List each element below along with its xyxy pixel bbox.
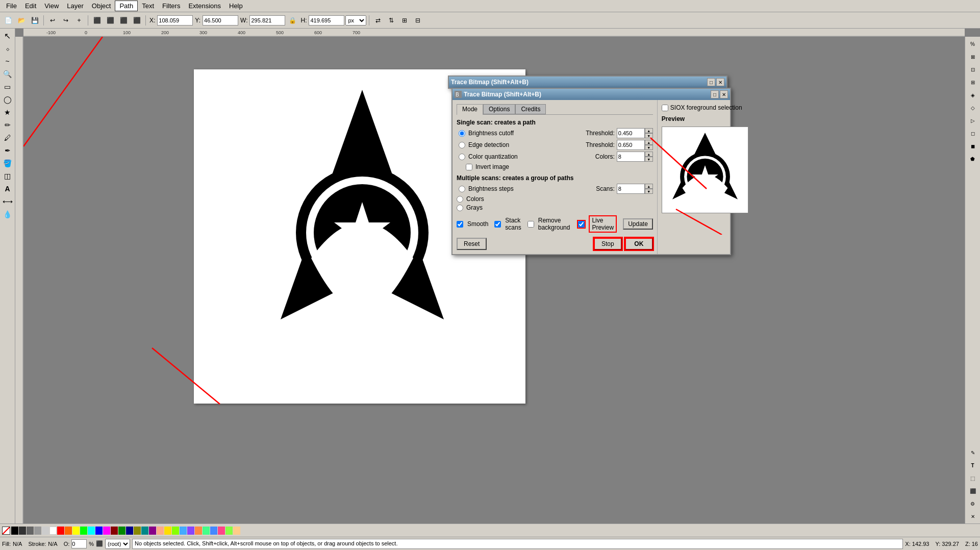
redo-btn[interactable]: ↪ (60, 14, 72, 27)
color-black[interactable] (11, 527, 18, 535)
colors-input[interactable] (617, 152, 645, 162)
color-gray[interactable] (27, 527, 34, 535)
node-tool[interactable]: ⬦ (2, 42, 14, 55)
color-skyblue[interactable] (180, 527, 187, 535)
w-input[interactable] (249, 15, 285, 26)
tab-mode[interactable]: Mode (457, 104, 483, 115)
star-tool[interactable]: ★ (2, 106, 14, 118)
brightness-radio[interactable] (459, 130, 465, 137)
pen-tool[interactable]: 🖊 (2, 132, 14, 144)
menu-file[interactable]: File (2, 1, 21, 11)
scans-input[interactable] (617, 184, 645, 194)
color-cornflower[interactable] (210, 527, 217, 535)
align-left-btn[interactable]: ⬛ (91, 14, 103, 27)
snap-btn-10[interactable]: ⬟ (967, 153, 979, 165)
align-top-btn[interactable]: ⬛ (131, 14, 143, 27)
color-darkgreen[interactable] (118, 527, 125, 535)
transform-btn[interactable]: ⊞ (398, 14, 411, 27)
close-right-btn[interactable]: ✕ (967, 510, 979, 522)
outer-maximize-btn[interactable]: □ (707, 78, 715, 86)
color-red[interactable] (57, 527, 64, 535)
menu-help[interactable]: Help (225, 1, 247, 11)
snap-btn-8[interactable]: ◻ (967, 127, 979, 139)
color-violet[interactable] (187, 527, 194, 535)
update-btn[interactable]: Update (623, 218, 653, 230)
color-pink[interactable] (157, 527, 164, 535)
outer-titlebar[interactable]: Trace Bitmap (Shift+Alt+B) □ ✕ (449, 77, 726, 88)
tab-options[interactable]: Options (483, 104, 515, 114)
color-purple[interactable] (149, 527, 156, 535)
export-btn[interactable]: ⬛ (967, 485, 979, 497)
scans-down-btn[interactable]: ▼ (645, 189, 653, 194)
snap-btn-9[interactable]: ◼ (967, 140, 979, 152)
color-cyan[interactable] (88, 527, 95, 535)
snap-btn-2[interactable]: ⊠ (967, 51, 979, 63)
edge-threshold-input[interactable] (617, 140, 645, 150)
color-medgray[interactable] (34, 527, 41, 535)
menu-text[interactable]: Text (138, 1, 158, 11)
ellipse-tool[interactable]: ◯ (2, 93, 14, 106)
flip-v-btn[interactable]: ⇅ (385, 14, 397, 27)
text-editor-btn[interactable]: T (967, 459, 979, 471)
menu-view[interactable]: View (40, 1, 63, 11)
edge-radio[interactable] (459, 142, 465, 148)
scans-up-btn[interactable]: ▲ (645, 184, 653, 189)
opacity-input[interactable] (71, 539, 87, 548)
stackscans-checkbox[interactable] (494, 221, 501, 228)
snap-btn-7[interactable]: ▷ (967, 114, 979, 127)
smooth-checkbox[interactable] (457, 221, 463, 228)
color-darkred[interactable] (111, 527, 118, 535)
align-btn[interactable]: ⊟ (412, 14, 424, 27)
align-right-btn[interactable]: ⬛ (117, 14, 130, 27)
stop-btn[interactable]: Stop (594, 238, 622, 250)
invert-checkbox[interactable] (466, 164, 472, 170)
livepreview-checkbox[interactable] (578, 221, 585, 228)
menu-path[interactable]: Path (115, 1, 138, 11)
flip-h-btn[interactable]: ⇄ (372, 14, 384, 27)
bucket-tool[interactable]: 🪣 (2, 157, 14, 169)
inner-maximize-btn[interactable]: □ (711, 90, 719, 98)
xml-editor-btn[interactable]: ✎ (967, 446, 979, 459)
color-blue[interactable] (95, 527, 103, 535)
ok-btn[interactable]: OK (625, 238, 653, 250)
tweak-tool[interactable]: ~ (2, 55, 14, 67)
outer-close-btn[interactable]: ✕ (716, 78, 724, 86)
x-input[interactable] (157, 15, 193, 26)
color-chartreuse[interactable] (225, 527, 233, 535)
brightsteps-radio[interactable] (459, 186, 465, 192)
inner-close-btn[interactable]: ✕ (720, 90, 728, 98)
color-hotpink[interactable] (218, 527, 225, 535)
color-lime[interactable] (172, 527, 179, 535)
snap-btn-4[interactable]: ⊞ (967, 76, 979, 88)
color-gold[interactable] (164, 527, 171, 535)
zoom-in-btn[interactable]: + (73, 14, 85, 27)
text-tool[interactable]: A (2, 183, 14, 195)
menu-extensions[interactable]: Extensions (184, 1, 225, 11)
calligraphy-tool[interactable]: ✒ (2, 144, 14, 157)
reset-btn[interactable]: Reset (457, 238, 487, 250)
brightness-down-btn[interactable]: ▼ (645, 133, 653, 138)
color-olive[interactable] (134, 527, 141, 535)
connector-tool[interactable]: ⟷ (2, 195, 14, 208)
colors-up-btn[interactable]: ▲ (645, 152, 653, 157)
removebg-checkbox[interactable] (527, 221, 534, 228)
open-btn[interactable]: 📂 (15, 14, 28, 27)
color-darkblue[interactable] (126, 527, 133, 535)
snap-btn-1[interactable]: % (967, 38, 979, 50)
menu-object[interactable]: Object (88, 1, 115, 11)
snap-btn-6[interactable]: ◇ (967, 102, 979, 114)
color-yellow[interactable] (72, 527, 80, 535)
color-magenta[interactable] (103, 527, 110, 535)
snap-btn-3[interactable]: ⊡ (967, 63, 979, 76)
lock-proportions-btn[interactable]: 🔒 (286, 14, 298, 27)
unit-select[interactable]: px mm cm in (345, 15, 366, 26)
y-input[interactable] (203, 15, 238, 26)
pencil-tool[interactable]: ✏ (2, 119, 14, 131)
colors-multi-radio[interactable] (457, 196, 463, 203)
undo-btn[interactable]: ↩ (46, 14, 59, 27)
tab-credits[interactable]: Credits (515, 104, 546, 114)
import-btn[interactable]: ⬚ (967, 472, 979, 484)
save-btn[interactable]: 💾 (29, 14, 41, 27)
colorquant-radio[interactable] (459, 154, 465, 160)
zoom-tool[interactable]: 🔍 (2, 68, 14, 80)
